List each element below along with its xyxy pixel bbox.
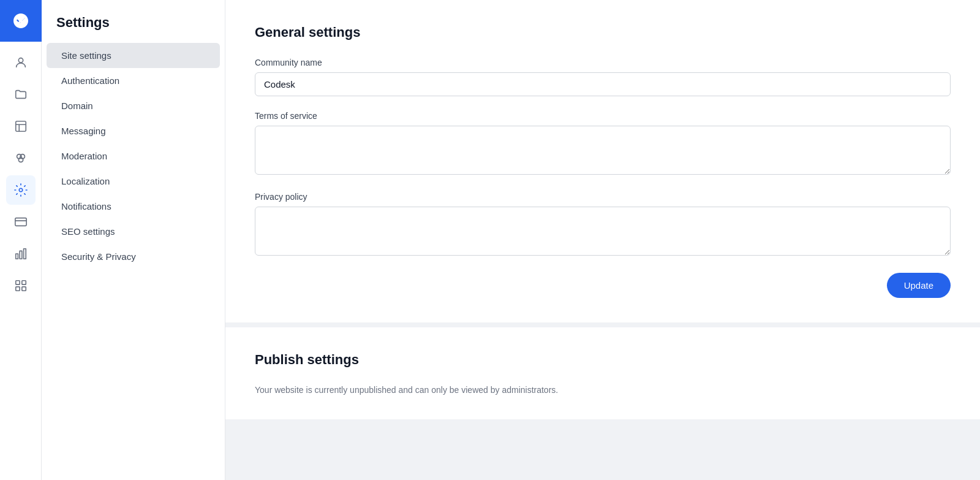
nav-item-messaging[interactable]: Messaging <box>47 118 220 143</box>
sidebar-icon-settings[interactable] <box>6 175 36 205</box>
privacy-policy-label: Privacy policy <box>255 192 951 202</box>
terms-of-service-group: Terms of service <box>255 111 951 177</box>
terms-of-service-input[interactable] <box>255 126 951 175</box>
publish-description: Your website is currently unpublished an… <box>255 385 951 395</box>
nav-item-notifications[interactable]: Notifications <box>47 194 220 219</box>
sidebar-icon-folder[interactable] <box>6 80 36 109</box>
svg-rect-17 <box>15 287 19 291</box>
privacy-policy-input[interactable] <box>255 207 951 256</box>
nav-item-security-privacy[interactable]: Security & Privacy <box>47 244 220 269</box>
sidebar-icon-chart[interactable] <box>6 239 36 269</box>
general-settings-title: General settings <box>255 25 951 40</box>
nav-item-site-settings[interactable]: Site settings <box>47 43 220 68</box>
sidebar-icon-circles[interactable] <box>6 143 36 173</box>
svg-rect-10 <box>15 218 26 226</box>
svg-point-9 <box>19 188 23 192</box>
nav-item-domain[interactable]: Domain <box>47 93 220 118</box>
general-settings-section: General settings Community name Terms of… <box>225 0 980 322</box>
sidebar-icon-card[interactable] <box>6 207 36 237</box>
nav-item-moderation[interactable]: Moderation <box>47 143 220 169</box>
svg-rect-14 <box>23 249 26 259</box>
nav-item-seo-settings[interactable]: SEO settings <box>47 219 220 244</box>
svg-point-2 <box>18 58 23 63</box>
terms-of-service-label: Terms of service <box>255 111 951 121</box>
nav-item-authentication[interactable]: Authentication <box>47 68 220 93</box>
publish-settings-title: Publish settings <box>255 352 951 368</box>
update-button[interactable]: Update <box>887 273 951 298</box>
publish-settings-section: Publish settings Your website is current… <box>225 327 980 419</box>
settings-sidebar: Settings Site settings Authentication Do… <box>42 0 225 480</box>
community-name-label: Community name <box>255 58 951 67</box>
app-logo[interactable] <box>0 0 42 42</box>
svg-rect-15 <box>15 281 19 284</box>
svg-rect-18 <box>21 287 25 291</box>
nav-item-localization[interactable]: Localization <box>47 169 220 194</box>
privacy-policy-group: Privacy policy <box>255 192 951 258</box>
settings-title: Settings <box>42 15 225 43</box>
sidebar-icon-layout[interactable] <box>6 112 36 141</box>
sidebar-icon-user[interactable] <box>6 48 36 77</box>
community-name-group: Community name <box>255 58 951 96</box>
icon-sidebar <box>0 0 42 480</box>
svg-rect-13 <box>20 251 22 259</box>
main-content: General settings Community name Terms of… <box>225 0 980 480</box>
svg-rect-3 <box>15 121 26 132</box>
svg-rect-12 <box>15 254 18 259</box>
sidebar-icon-grid[interactable] <box>6 271 36 300</box>
community-name-input[interactable] <box>255 72 951 96</box>
svg-rect-16 <box>21 281 25 284</box>
